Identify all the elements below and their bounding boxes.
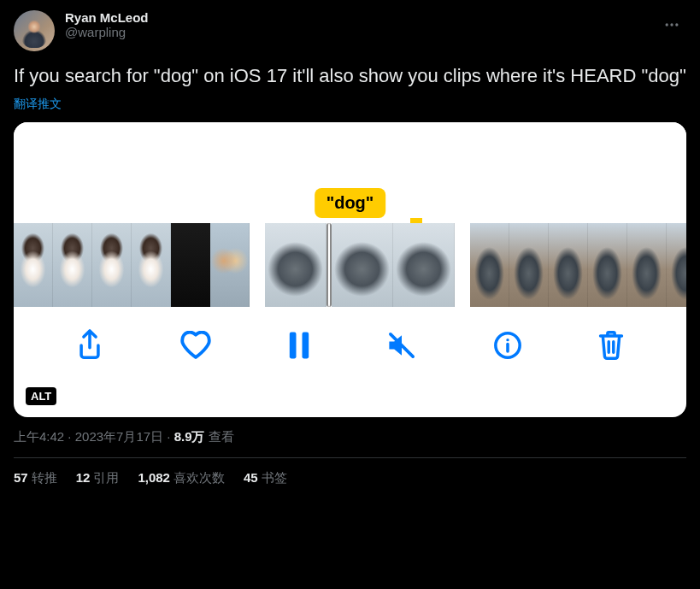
tweet-container: Ryan McLeod @warpling If you search for … [14,10,686,486]
clip-group-1 [14,223,250,307]
tweet-text: If you search for "dog" on iOS 17 it'll … [14,63,686,89]
more-icon [663,16,680,33]
timeline-frame [53,223,92,307]
svg-point-2 [675,23,678,26]
tweet-stats: 57转推 12引用 1,082喜欢次数 45书签 [14,470,686,486]
avatar[interactable] [14,10,55,51]
tweet-time[interactable]: 上午4:42 [14,429,64,444]
more-options-button[interactable] [657,10,686,39]
info-button[interactable] [493,331,522,360]
timeline-frame [171,223,210,307]
retweets-stat[interactable]: 57转推 [14,470,57,486]
delete-button[interactable] [597,330,625,361]
timeline-frame [470,223,509,307]
pause-icon [287,331,311,360]
timeline-frame [210,223,250,307]
timeline-frame [393,223,455,307]
views-count[interactable]: 8.9万 [174,429,205,444]
svg-point-8 [507,339,509,341]
timeline-frame [588,223,627,307]
timeline-frame [265,223,326,307]
svg-point-0 [666,23,668,26]
likes-stat[interactable]: 1,082喜欢次数 [138,470,225,486]
alt-badge[interactable]: ALT [26,387,56,405]
quotes-stat[interactable]: 12引用 [76,470,120,486]
author-handle: @warpling [65,25,149,39]
timeline-frame [549,223,588,307]
share-button[interactable] [75,328,104,362]
trash-icon [597,330,625,361]
tweet-header: Ryan McLeod @warpling [14,10,686,51]
author-display-name: Ryan McLeod [65,10,149,25]
timeline-frame [627,223,667,307]
tweet-meta: 上午4:42 · 2023年7月17日 · 8.9万 查看 [14,429,686,458]
mute-icon [385,331,418,360]
views-label: 查看 [209,429,234,444]
share-icon [75,328,104,362]
svg-point-1 [670,23,673,26]
mute-button[interactable] [385,331,418,360]
clip-group-2 [265,223,455,307]
translate-link[interactable]: 翻译推文 [14,97,62,112]
timeline-frame [509,223,549,307]
heart-icon [179,331,212,360]
like-button[interactable] [179,331,212,360]
video-timeline[interactable] [14,223,686,307]
tweet-date[interactable]: 2023年7月17日 [75,429,163,444]
svg-rect-4 [302,332,309,358]
timeline-frame [667,223,686,307]
timeline-frame [132,223,171,307]
media-preview-top: "dog" [14,122,686,223]
timeline-frame [332,223,393,307]
bookmarks-stat[interactable]: 45书签 [244,470,287,486]
media-attachment[interactable]: "dog" [14,122,686,417]
playhead[interactable] [326,223,332,307]
author-name-block[interactable]: Ryan McLeod @warpling [65,10,149,39]
media-toolbar [14,307,686,384]
timeline-frame [14,223,53,307]
info-icon [493,331,522,360]
svg-rect-3 [289,332,296,358]
pause-button[interactable] [287,331,311,360]
clip-group-3 [470,223,686,307]
timeline-frame [92,223,132,307]
caption-bubble: "dog" [315,188,386,218]
